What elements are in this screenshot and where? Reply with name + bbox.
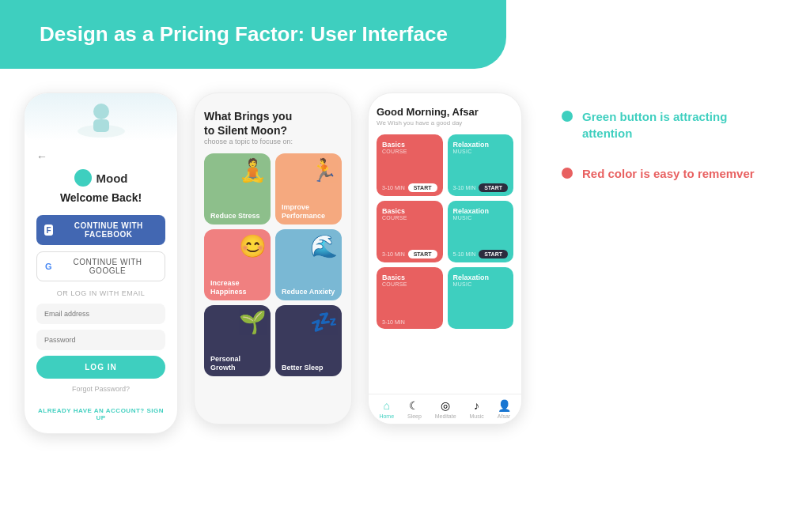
or-divider: OR LOG IN WITH EMAIL	[36, 289, 165, 297]
topic-icon-reduce-anxiety: 🌊	[310, 233, 338, 259]
topics-grid: 🧘 Reduce Stress 🏃 Improve Performance 😊 …	[204, 153, 342, 376]
annotations-panel: Green button is attracting attention Red…	[538, 92, 786, 221]
topic-icon-personal-growth: 🌱	[239, 309, 267, 335]
email-input[interactable]	[36, 304, 165, 324]
phone-home-mockup: Good Morning, Afsar We Wish you have a g…	[368, 92, 522, 424]
login-illustration	[70, 96, 133, 139]
topic-card-reduce-stress[interactable]: 🧘 Reduce Stress	[204, 153, 271, 224]
topic-card-better-sleep[interactable]: 💤 Better Sleep	[275, 305, 342, 376]
forgot-password-link[interactable]: Forgot Password?	[36, 385, 165, 393]
google-icon: G	[45, 262, 52, 271]
profile-icon: 👤	[498, 399, 511, 412]
nav-music[interactable]: ♪ Music	[469, 399, 483, 419]
annotation-green-text: Green button is attracting attention	[582, 108, 778, 141]
header-banner: Design as a Pricing Factor: User Interfa…	[0, 0, 506, 69]
facebook-icon: f	[44, 224, 53, 236]
start-button-3[interactable]: START	[408, 250, 437, 258]
svg-point-1	[93, 104, 109, 119]
home-icon: ⌂	[384, 399, 390, 412]
nav-home[interactable]: ⌂ Home	[379, 399, 394, 419]
start-button-1[interactable]: START	[408, 183, 437, 192]
facebook-login-button[interactable]: f CONTINUE WITH FACEBOOK	[36, 215, 165, 245]
topics-subtitle: choose a topic to focuse on:	[204, 138, 342, 145]
subtitle-text: We Wish you have a good day	[377, 119, 513, 126]
main-content: ← Mood Welcome Back! f CONTINUE WITH FAC…	[0, 92, 810, 434]
phone1-top-bg	[25, 93, 177, 141]
music-icon: ♪	[474, 399, 479, 412]
svg-rect-2	[93, 119, 109, 132]
greeting-text: Good Morning, Afsar	[377, 106, 513, 118]
topic-card-reduce-anxiety[interactable]: 🌊 Reduce Anxiety	[275, 229, 342, 300]
nav-sleep[interactable]: ☾ Sleep	[407, 399, 422, 419]
back-arrow[interactable]: ←	[36, 150, 165, 163]
topic-icon-increase-happiness: 😊	[239, 233, 267, 259]
phone-topics-mockup: What Brings you to Silent Moon? choose a…	[194, 92, 352, 424]
course-card-basics-1[interactable]: Basics COURSE 3-10 MIN START	[377, 134, 443, 196]
bottom-nav: ⌂ Home ☾ Sleep ◎ Meditate ♪ Music 👤 Afsa…	[369, 394, 521, 424]
start-button-4[interactable]: START	[479, 250, 508, 258]
green-dot	[562, 111, 573, 122]
mood-app-icon	[74, 169, 92, 187]
topics-heading: What Brings you to Silent Moon?	[204, 109, 342, 138]
red-dot	[562, 168, 573, 179]
course-card-relaxation-3[interactable]: Relaxation MUSIC	[448, 267, 514, 329]
topics-header: What Brings you to Silent Moon? choose a…	[204, 109, 342, 145]
google-login-button[interactable]: G CONTINUE WITH GOOGLE	[36, 251, 165, 281]
home-content: Good Morning, Afsar We Wish you have a g…	[369, 93, 521, 394]
annotation-red-text: Red color is easy to rememver	[582, 165, 755, 182]
password-input[interactable]	[36, 330, 165, 350]
topic-card-personal-growth[interactable]: 🌱 Personal Growth	[204, 305, 271, 376]
topic-card-increase-happiness[interactable]: 😊 Increase Happiness	[204, 229, 271, 300]
mood-header: Mood	[36, 169, 165, 187]
welcome-back-text: Welcome Back!	[36, 191, 165, 204]
phone-login-mockup: ← Mood Welcome Back! f CONTINUE WITH FAC…	[24, 92, 178, 434]
sleep-icon: ☾	[409, 399, 419, 412]
topic-icon-reduce-stress: 🧘	[239, 157, 267, 183]
start-button-2[interactable]: START	[479, 183, 508, 192]
course-card-relaxation-2[interactable]: Relaxation MUSIC 5-10 MIN START	[448, 201, 514, 262]
annotation-green: Green button is attracting attention	[562, 108, 778, 141]
topic-card-improve-performance[interactable]: 🏃 Improve Performance	[275, 153, 342, 224]
topic-icon-improve-performance: 🏃	[310, 157, 338, 183]
login-button[interactable]: LOG IN	[36, 356, 165, 379]
course-card-basics-3[interactable]: Basics COURSE 3-10 MIN	[377, 267, 443, 329]
course-card-basics-2[interactable]: Basics COURSE 3-10 MIN START	[377, 201, 443, 262]
courses-grid: Basics COURSE 3-10 MIN START Relaxation …	[377, 134, 513, 329]
meditate-icon: ◎	[441, 399, 450, 412]
page-title: Design as a Pricing Factor: User Interfa…	[40, 22, 467, 47]
nav-meditate[interactable]: ◎ Meditate	[435, 399, 456, 419]
annotation-red: Red color is easy to rememver	[562, 165, 778, 182]
topic-icon-better-sleep: 💤	[310, 309, 338, 335]
nav-profile[interactable]: 👤 Afsar	[498, 399, 511, 419]
signup-text: ALREADY HAVE AN ACCOUNT? SIGN UP	[36, 407, 165, 421]
mood-title: Mood	[97, 172, 128, 185]
course-card-relaxation-1[interactable]: Relaxation MUSIC 3-10 MIN START	[448, 134, 514, 196]
